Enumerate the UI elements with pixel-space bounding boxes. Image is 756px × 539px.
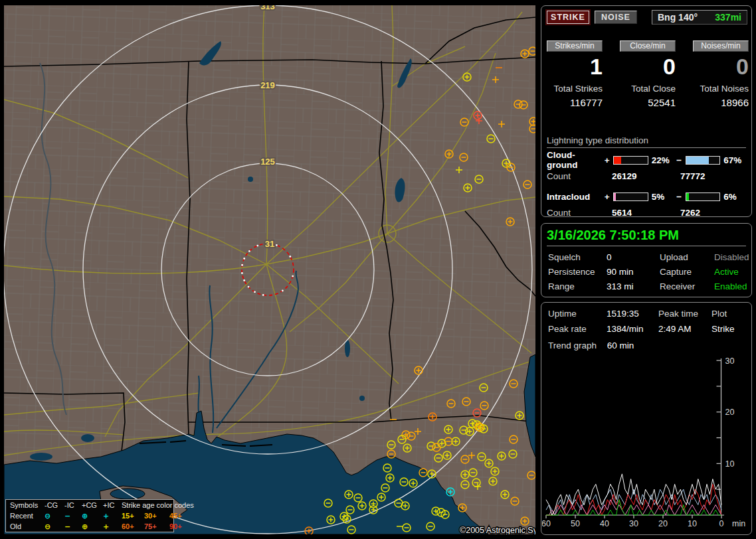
ring-strike-dot bbox=[241, 272, 243, 274]
upload-value: Disabled bbox=[714, 252, 749, 262]
ic-minus-bar-fill bbox=[686, 193, 689, 200]
minus-sign: − bbox=[676, 192, 685, 202]
ring-strike-dot bbox=[254, 291, 256, 293]
y-tick-label: 30 bbox=[725, 356, 735, 366]
plot-label: Plot bbox=[711, 309, 745, 319]
age-code: 45+ bbox=[169, 511, 193, 521]
legend-pic-header: +IC bbox=[103, 501, 122, 510]
range-value: 313 mi bbox=[607, 281, 660, 291]
uptime-value: 1519:35 bbox=[607, 309, 658, 319]
ring-strike-dot bbox=[243, 279, 245, 281]
statistics-panel: STRIKE NOISE Bng 140° 337mi Strikes/min … bbox=[541, 5, 752, 217]
squelch-value: 0 bbox=[607, 252, 660, 262]
legend-nic-header: -IC bbox=[64, 501, 82, 510]
circle-minus-icon: ⊖ bbox=[45, 511, 64, 521]
circle-plus-icon: ⊕ bbox=[82, 522, 103, 532]
legend-row-label: Recent bbox=[10, 511, 45, 521]
age-code: 30+ bbox=[144, 511, 169, 521]
ic-minus-bar bbox=[686, 193, 721, 201]
trend-series-+IC bbox=[546, 500, 721, 515]
squelch-label: Squelch bbox=[548, 252, 607, 262]
cg-minus-pct: 67% bbox=[720, 155, 749, 165]
trend-chart: 1020306050403020100min bbox=[542, 350, 751, 534]
persistence-label: Persistence bbox=[548, 267, 607, 277]
age-code: 90+ bbox=[169, 522, 193, 532]
close-per-min-chip[interactable]: Close/min bbox=[620, 40, 676, 52]
range-ring-label: 219 bbox=[260, 80, 275, 90]
cg-plus-pct: 22% bbox=[648, 155, 677, 165]
strikes-counter: Strikes/min 1 Total Strikes 116777 bbox=[547, 40, 603, 108]
intracloud-row: Intracloud + 5% − 6% bbox=[547, 190, 749, 203]
cg-minus-count: 77772 bbox=[680, 171, 749, 181]
trend-graph-row: Trend graph 60 min bbox=[541, 334, 751, 350]
age-code: 15+ bbox=[122, 511, 144, 521]
cg-count-row: Count 26129 77772 bbox=[547, 169, 749, 183]
x-tick-label: 30 bbox=[629, 519, 638, 528]
legend-symbols-header: Symbols bbox=[10, 501, 45, 510]
total-strikes-label: Total Strikes bbox=[547, 84, 603, 94]
plus-sign: + bbox=[605, 155, 613, 165]
ic-minus-count: 7262 bbox=[680, 208, 749, 218]
minus-icon: − bbox=[64, 522, 82, 532]
circle-minus-icon: ⊖ bbox=[45, 522, 64, 532]
total-close-label: Total Close bbox=[620, 84, 676, 94]
noise-tab[interactable]: NOISE bbox=[595, 11, 637, 24]
time-status-panel: 3/16/2026 7:50:18 PM Squelch 0 Upload Di… bbox=[541, 223, 752, 297]
ring-strike-dot bbox=[248, 250, 250, 252]
ring-strike-dot bbox=[248, 286, 250, 288]
trend-graph-label: Trend graph bbox=[548, 341, 597, 350]
noises-per-min-chip[interactable]: Noises/min bbox=[693, 40, 749, 52]
ic-minus-pct: 6% bbox=[720, 192, 749, 202]
ring-strike-dot bbox=[262, 294, 264, 296]
cg-count-label: Count bbox=[547, 171, 612, 181]
divider bbox=[547, 246, 746, 246]
uptime-info-grid: Uptime 1519:35 Peak time Plot Peak rate … bbox=[541, 303, 751, 334]
ring-strike-dot bbox=[276, 244, 278, 246]
ring-strike-dot bbox=[282, 290, 284, 292]
plus-icon: + bbox=[103, 511, 122, 521]
total-noises-label: Total Noises bbox=[693, 84, 749, 94]
plot-value: Strike bbox=[711, 324, 745, 334]
ic-plus-pct: 5% bbox=[648, 192, 677, 202]
total-close-value: 52541 bbox=[620, 97, 676, 108]
age-code: 75+ bbox=[144, 522, 169, 532]
ring-strike-dot bbox=[292, 275, 294, 277]
intracloud-label: Intracloud bbox=[547, 192, 605, 202]
trend-series--IC bbox=[546, 500, 721, 515]
y-tick-label: 10 bbox=[725, 459, 735, 469]
chart-axes bbox=[546, 358, 724, 515]
bearing-range-value: 337mi bbox=[715, 11, 741, 24]
range-ring-label: 313 bbox=[260, 5, 275, 11]
datetime-display: 3/16/2026 7:50:18 PM bbox=[547, 228, 746, 243]
ic-plus-count: 5614 bbox=[612, 208, 680, 218]
ring-strike-dot bbox=[243, 258, 245, 260]
strike-tab[interactable]: STRIKE bbox=[547, 11, 589, 24]
close-counter: Close/min 0 Total Close 52541 bbox=[620, 40, 676, 108]
peak-rate-label: Peak rate bbox=[548, 324, 607, 334]
total-noises-value: 18966 bbox=[693, 97, 749, 108]
x-tick-label: 20 bbox=[658, 519, 668, 528]
persistence-value: 90 min bbox=[607, 267, 660, 277]
plus-sign: + bbox=[605, 192, 613, 202]
peak-time-value: 2:49 AM bbox=[658, 324, 711, 334]
receiver-value: Enabled bbox=[714, 281, 749, 291]
legend-pcg-header: +CG bbox=[82, 501, 103, 510]
ic-plus-bar-fill bbox=[614, 193, 616, 200]
x-tick-label: 50 bbox=[571, 519, 580, 528]
capture-label: Capture bbox=[660, 267, 714, 277]
peak-time-label: Peak time bbox=[658, 309, 711, 319]
legend-row-label: Old bbox=[10, 522, 45, 532]
ring-strike-dot bbox=[241, 264, 243, 266]
age-code: 60+ bbox=[122, 522, 144, 532]
ring-strike-dot bbox=[289, 256, 291, 258]
x-tick-label: 40 bbox=[600, 519, 609, 528]
cg-plus-count: 26129 bbox=[612, 171, 680, 181]
cloud-ground-label: Cloud-ground bbox=[547, 150, 605, 170]
lightning-map[interactable]: 31321912531 ©2005 Astrogenic Systems bbox=[4, 5, 535, 534]
strikes-per-min-chip[interactable]: Strikes/min bbox=[547, 40, 603, 52]
minus-sign: − bbox=[676, 155, 685, 165]
strikes-per-min-value: 1 bbox=[547, 54, 603, 78]
cg-plus-bar bbox=[613, 156, 648, 165]
close-per-min-value: 0 bbox=[620, 54, 676, 78]
ic-plus-bar bbox=[613, 193, 648, 201]
